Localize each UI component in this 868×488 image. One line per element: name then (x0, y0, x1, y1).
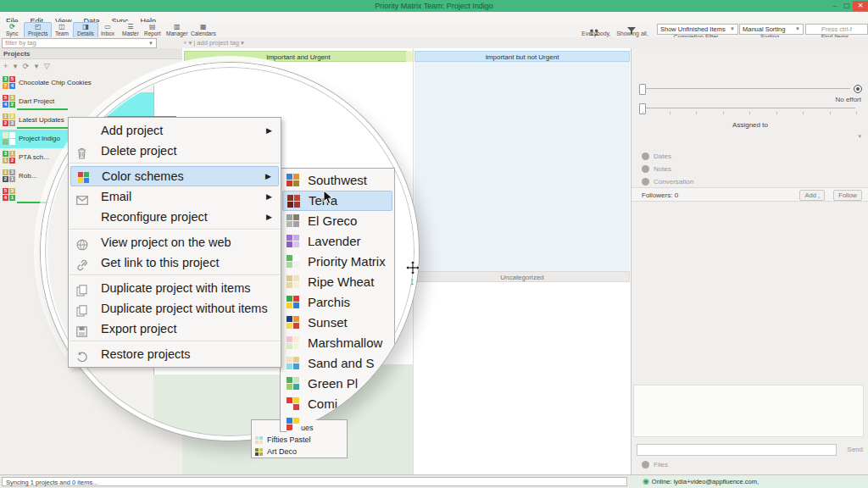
color-scheme-item-lavender[interactable]: Lavender (282, 231, 392, 252)
add-follower-button[interactable]: Add , (799, 190, 825, 201)
files-toggle-icon (642, 461, 649, 469)
toolbar-button-label: Report (144, 30, 161, 36)
resize-handle-icon[interactable]: ↕ (409, 274, 415, 287)
quadrant-body-important-not-urgent[interactable] (415, 62, 630, 271)
context-menu-item-get-link-to-this-project[interactable]: Get link to this project (70, 252, 279, 273)
slider-tick (749, 112, 750, 114)
progress-slider-track[interactable] (642, 108, 855, 108)
close-button[interactable]: ✕ (853, 1, 868, 11)
copy-icon (76, 282, 88, 294)
color-cell: 5 (3, 95, 8, 101)
color-scheme-item-el-greco[interactable]: El Greco (282, 211, 392, 231)
email-icon (76, 191, 88, 202)
color-cell (293, 241, 299, 247)
color-scheme-label: Priority Matrix (308, 254, 386, 269)
color-scheme-item-sand-and-s[interactable]: Sand and S (282, 353, 392, 374)
color-scheme-swatch (287, 357, 300, 370)
send-button[interactable]: Send (847, 446, 863, 453)
color-scheme-item-priority-matrix[interactable]: Priority Matrix (282, 252, 392, 272)
toolbar-button-label: Manager (166, 30, 188, 36)
quadrant-header-uncategorized[interactable]: Uncategorized (415, 271, 630, 282)
color-cell (287, 323, 292, 329)
restore-icon (76, 348, 88, 360)
context-menu-item-email[interactable]: Email▶ (70, 186, 279, 207)
context-menu-item-reconfigure-project[interactable]: Reconfigure project▶ (70, 207, 279, 227)
context-menu-item-export-project[interactable]: Export project (70, 319, 279, 339)
color-cell (287, 202, 293, 208)
slider-tick (856, 112, 857, 114)
color-scheme-swatch (255, 448, 263, 456)
color-cell (287, 262, 292, 268)
context-menu-item-color-schemes[interactable]: Color schemes▶ (70, 166, 279, 186)
effort-icon[interactable] (854, 85, 862, 93)
context-menu-item-add-project[interactable]: Add project▶ (70, 120, 279, 141)
color-scheme-item-parchis[interactable]: Parchis (282, 292, 392, 313)
project-quad-icon: 5342 (3, 95, 15, 108)
color-cell: 2 (9, 114, 15, 119)
toolbar: Everybody, Showing all, Show Unfinished … (0, 22, 868, 38)
color-scheme-item-ripe-wheat[interactable]: Ripe Wheat (282, 272, 392, 292)
effort-slider-handle[interactable] (639, 84, 646, 95)
menu-item-label: Color schemes (102, 169, 184, 183)
project-quad-icon: 5341 (3, 188, 15, 201)
color-cell (293, 275, 299, 281)
quadrant-header-important-urgent[interactable]: Important and Urgent (184, 51, 413, 62)
color-scheme-item-sunset[interactable]: Sunset (282, 313, 392, 333)
section-toggle-conversation[interactable]: Conversation (642, 178, 693, 186)
color-scheme-label: Parchis (308, 295, 350, 309)
color-cell: 7 (3, 83, 8, 89)
color-cell (287, 384, 292, 390)
context-menu-item-duplicate-project-without-items[interactable]: Duplicate project without items (70, 298, 279, 319)
color-cell: 3 (3, 76, 8, 82)
submenu-arrow-icon: ▶ (266, 186, 272, 207)
color-scheme-item-small-fifties-pastel[interactable]: Fifties Pastel (252, 434, 347, 446)
color-cell: 2 (3, 176, 8, 182)
add-project-tag-control[interactable]: + ▾ | add project tag ▾ (183, 38, 244, 47)
menu-item-label: Duplicate project with items (101, 281, 251, 295)
context-menu-item-restore-projects[interactable]: Restore projects (70, 344, 279, 364)
minimize-button[interactable]: – (829, 1, 841, 11)
quadrant-header-important-not-urgent[interactable]: Important but not Urgent (415, 51, 630, 62)
color-scheme-swatch (287, 235, 300, 248)
project-quad-icon: 1321 (3, 169, 15, 182)
toolbar-button-projects[interactable]: ◰Projects (24, 22, 52, 38)
section-toggle-dates[interactable]: Dates (642, 152, 671, 161)
files-section-toggle[interactable]: Files (642, 461, 668, 469)
color-cell (287, 302, 292, 308)
project-name: Project Indigo (19, 135, 60, 142)
color-scheme-label: Sunset (308, 315, 348, 330)
color-scheme-item-southwest[interactable]: Southwest (282, 170, 392, 191)
color-cell (287, 363, 292, 369)
context-menu-item-view-project-on-the-web[interactable]: View project on the web (70, 232, 279, 252)
color-cell (287, 336, 292, 342)
context-menu-item-delete-project[interactable]: Delete project (70, 141, 279, 161)
sidebar-header: Projects (0, 48, 182, 59)
maximize-button[interactable]: ▢ (841, 1, 853, 11)
menu-item-label: Restore projects (101, 347, 191, 361)
report-icon: ▤ (144, 23, 161, 30)
color-scheme-item-small-art-deco[interactable]: Art Deco (252, 446, 347, 458)
color-scheme-item-marshmallow[interactable]: Marshmallow (282, 333, 392, 353)
manager-icon: ▥ (166, 23, 188, 30)
message-input[interactable] (637, 444, 837, 456)
follow-button[interactable]: Follow (833, 190, 862, 201)
color-scheme-label: Art Deco (267, 447, 297, 456)
showing-all-label[interactable]: Showing all, (615, 30, 649, 36)
toolbar-button-inbox[interactable]: ▭Inbox (97, 22, 119, 38)
sidebar-tools[interactable]: + ▾ ⟳ ▾ ▽ (3, 62, 52, 70)
effort-slider-track[interactable] (642, 88, 850, 89)
toolbar-button-details[interactable]: ◨Details (73, 22, 98, 38)
section-toggle-notes[interactable]: Notes (642, 165, 671, 174)
toolbar-button-sync[interactable]: ⟳Sync (2, 22, 22, 38)
filter-by-tag-dropdown[interactable]: ▼ filter by tag (2, 38, 157, 48)
toolbar-button-team[interactable]: ◫Team (51, 22, 73, 38)
chevron-down-icon[interactable]: ▾ (858, 133, 861, 140)
color-cell (293, 214, 299, 220)
everybody-label[interactable]: Everybody, (581, 30, 610, 36)
color-cell (287, 214, 292, 220)
color-cell: 4 (3, 102, 8, 108)
context-menu-item-duplicate-project-with-items[interactable]: Duplicate project with items (70, 278, 279, 298)
toolbar-button-calendars[interactable]: ▦Calendars (186, 22, 220, 38)
submenu-arrow-icon: ▶ (266, 120, 272, 141)
color-scheme-item-terra[interactable]: Terra (282, 191, 392, 211)
